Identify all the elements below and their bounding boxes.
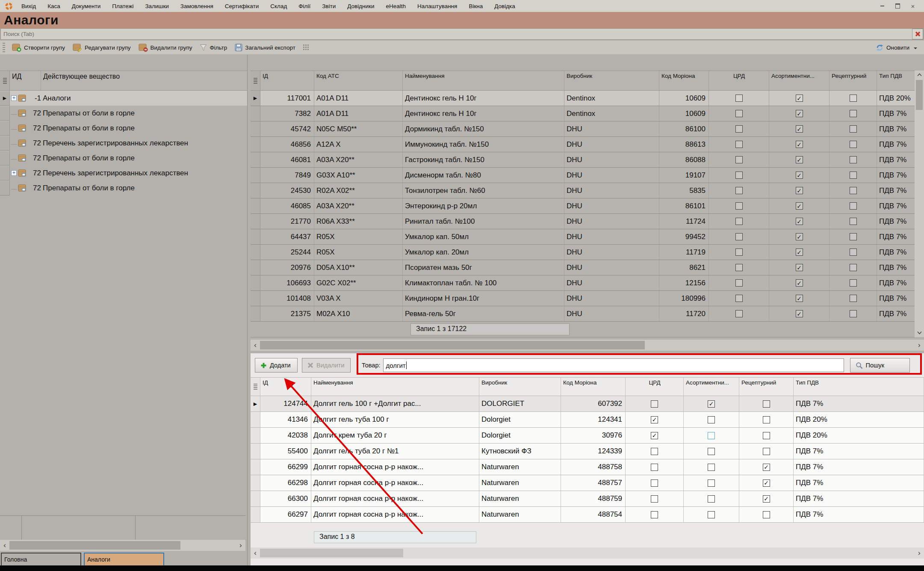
- recipe-checkbox[interactable]: [850, 172, 857, 179]
- recipe-checkbox[interactable]: [763, 432, 770, 439]
- recipe-checkbox[interactable]: [850, 156, 857, 163]
- menu-item[interactable]: Вихід: [21, 3, 36, 9]
- tree-row[interactable]: 72 Перечень зарегистрированных лекарстве…: [0, 166, 247, 180]
- assortment-checkbox[interactable]: [796, 310, 803, 317]
- crd-checkbox[interactable]: [735, 218, 743, 225]
- col-id[interactable]: ІД: [260, 71, 314, 90]
- scroll-thumb[interactable]: [916, 80, 923, 110]
- crd-checkbox[interactable]: [651, 464, 658, 471]
- recipe-checkbox[interactable]: [763, 511, 770, 518]
- bottom-column-chooser-icon[interactable]: [251, 378, 260, 396]
- tree-expander-icon[interactable]: [11, 142, 17, 145]
- crd-checkbox[interactable]: [735, 295, 743, 302]
- col-manufacturer[interactable]: Виробник: [564, 71, 659, 90]
- recipe-checkbox[interactable]: [763, 479, 770, 487]
- recipe-checkbox[interactable]: [850, 279, 857, 287]
- assortment-checkbox[interactable]: [796, 125, 803, 133]
- product-search-input[interactable]: долгит: [383, 358, 844, 372]
- table-row[interactable]: 45742 N05C M50** Дормикинд табл. №150 DH…: [251, 121, 915, 137]
- assortment-checkbox[interactable]: [796, 249, 803, 256]
- crd-checkbox[interactable]: [651, 432, 658, 439]
- tree-expander-icon[interactable]: [11, 95, 17, 101]
- col-crd[interactable]: ЦРД: [626, 378, 684, 396]
- scroll-thumb[interactable]: [260, 549, 403, 557]
- tree-header-id[interactable]: ИД: [10, 71, 41, 90]
- tree-expander-icon[interactable]: [11, 170, 17, 176]
- col-crd[interactable]: ЦРД: [709, 71, 769, 90]
- assortment-checkbox[interactable]: [796, 202, 803, 210]
- scroll-right-icon[interactable]: ›: [915, 550, 924, 557]
- table-row[interactable]: 66300 Долгит горная сосна р-р накож... N…: [251, 491, 924, 507]
- col-morion[interactable]: Код Моріона: [561, 378, 626, 396]
- tree-column-chooser-icon[interactable]: [0, 71, 10, 90]
- assortment-checkbox[interactable]: [796, 295, 803, 302]
- recipe-checkbox[interactable]: [763, 416, 770, 423]
- menu-item[interactable]: Платежі: [112, 3, 133, 9]
- tree-expander-icon[interactable]: [11, 157, 17, 160]
- table-row[interactable]: 7849 G03X A10** Дисменорм табл. №80 DHU …: [251, 168, 915, 183]
- search-button[interactable]: Пошук: [850, 358, 910, 373]
- menu-item[interactable]: eHealth: [386, 3, 406, 9]
- table-row[interactable]: 46081 A03A X20** Гастрокинд табл. №150 D…: [251, 152, 915, 168]
- assortment-checkbox[interactable]: [708, 479, 715, 487]
- toolbar-grip[interactable]: [3, 43, 5, 52]
- recipe-checkbox[interactable]: [763, 464, 770, 471]
- assortment-checkbox[interactable]: [708, 432, 715, 439]
- assortment-checkbox[interactable]: [796, 264, 803, 271]
- menu-item[interactable]: Довідка: [494, 3, 515, 9]
- tree-header-substance[interactable]: Действующее вещество: [41, 71, 247, 90]
- window-tab[interactable]: Головна: [1, 553, 81, 566]
- clear-search-button[interactable]: [912, 29, 923, 39]
- recipe-checkbox[interactable]: [850, 233, 857, 240]
- table-row[interactable]: 66299 Долгит горная сосна р-р накож... N…: [251, 459, 924, 475]
- scroll-thumb[interactable]: [9, 541, 180, 550]
- tree-row[interactable]: 72 Препараты от боли в горле: [0, 121, 247, 136]
- tree-row[interactable]: 72 Препараты от боли в горле: [0, 106, 247, 121]
- col-id[interactable]: ІД: [260, 378, 311, 396]
- table-row[interactable]: 124744 Долгит гель 100 г +Долгит рас... …: [251, 396, 924, 412]
- tree-row[interactable]: 72 Препараты от боли в горле: [0, 151, 247, 166]
- scroll-left-icon[interactable]: ‹: [251, 550, 260, 557]
- edit-group-button[interactable]: Редагувати групу: [71, 42, 132, 53]
- table-row[interactable]: 66297 Долгит горная сосна р-р накож... N…: [251, 507, 924, 523]
- scroll-right-icon[interactable]: ›: [915, 342, 924, 349]
- scroll-thumb[interactable]: [260, 341, 645, 349]
- crd-checkbox[interactable]: [651, 479, 658, 487]
- crd-checkbox[interactable]: [735, 233, 743, 240]
- scroll-up-icon[interactable]: [917, 71, 922, 79]
- crd-checkbox[interactable]: [735, 310, 743, 317]
- crd-checkbox[interactable]: [735, 202, 743, 210]
- close-button[interactable]: ×: [909, 3, 916, 9]
- assortment-checkbox[interactable]: [708, 416, 715, 423]
- tree-horizontal-scrollbar[interactable]: ‹ ›: [0, 540, 245, 551]
- table-row[interactable]: 7382 A01A D11 Дентинокс гель Н 10г Denti…: [251, 106, 915, 121]
- recipe-checkbox[interactable]: [850, 125, 857, 133]
- export-button[interactable]: Загальний експорт: [233, 42, 297, 53]
- recipe-checkbox[interactable]: [850, 110, 857, 117]
- scroll-down-icon[interactable]: [917, 328, 922, 337]
- table-row[interactable]: 66298 Долгит горная сосна р-р накож... N…: [251, 475, 924, 491]
- crd-checkbox[interactable]: [735, 279, 743, 287]
- col-name[interactable]: Найменування: [311, 378, 479, 396]
- table-row[interactable]: 24530 R02A X02** Тонзилотрен табл. №60 D…: [251, 183, 915, 198]
- crd-checkbox[interactable]: [735, 156, 743, 163]
- crd-checkbox[interactable]: [735, 125, 743, 133]
- menu-item[interactable]: Замовлення: [180, 3, 213, 9]
- recipe-checkbox[interactable]: [850, 95, 857, 102]
- crd-checkbox[interactable]: [651, 400, 658, 408]
- menu-item[interactable]: Склад: [270, 3, 287, 9]
- col-assortment[interactable]: Асортиментни...: [769, 71, 830, 90]
- crd-checkbox[interactable]: [735, 172, 743, 179]
- menu-item[interactable]: Документи: [72, 3, 100, 9]
- col-recipe[interactable]: Рецептурний: [830, 71, 877, 90]
- assortment-checkbox[interactable]: [708, 464, 715, 471]
- table-row[interactable]: 117001 A01A D11 Дентинокс гель Н 10г Den…: [251, 91, 915, 106]
- assortment-checkbox[interactable]: [708, 495, 715, 503]
- table-row[interactable]: 42038 Долгит крем туба 20 г Dolorgiet 30…: [251, 428, 924, 444]
- col-manufacturer[interactable]: Виробник: [479, 378, 561, 396]
- recipe-checkbox[interactable]: [850, 310, 857, 317]
- tree-expander-icon[interactable]: [11, 127, 17, 130]
- menu-item[interactable]: Філії: [298, 3, 310, 9]
- recipe-checkbox[interactable]: [850, 218, 857, 225]
- table-row[interactable]: 106693 G02C X02** Климактоплан табл. № 1…: [251, 275, 915, 291]
